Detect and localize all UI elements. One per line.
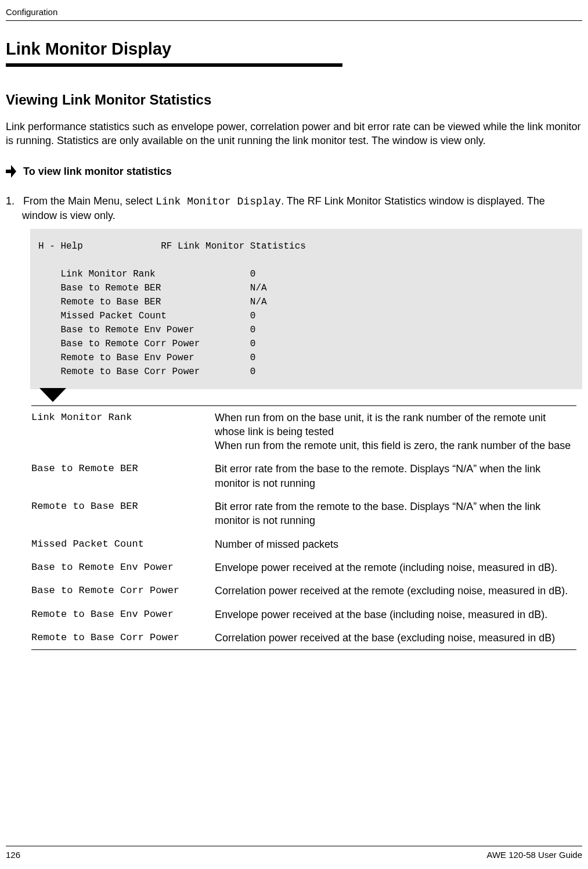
definitions-row: Base to Remote Corr PowerCorrelation pow… [31, 579, 576, 602]
page-footer: 126 AWE 120-58 User Guide [6, 846, 582, 861]
section-h1: Link Monitor Display [6, 37, 582, 61]
step-mono: Link Monitor Display [156, 196, 281, 207]
pointer-arrow-icon [6, 165, 16, 178]
header-rule [6, 20, 582, 21]
definitions-row: Remote to Base Env PowerEnvelope power r… [31, 603, 576, 626]
definition-description: Correlation power received at the base (… [215, 631, 576, 645]
step-1: 1. From the Main Menu, select Link Monit… [6, 194, 582, 223]
page-header: Configuration [6, 6, 582, 18]
procedure-heading-text: To view link monitor statistics [23, 164, 172, 179]
definition-description: Bit error rate from the remote to the ba… [215, 500, 576, 528]
definition-term: Remote to Base BER [31, 500, 215, 528]
definitions-row: Missed Packet CountNumber of missed pack… [31, 533, 576, 556]
down-arrow-icon [39, 388, 582, 402]
definition-term: Base to Remote BER [31, 462, 215, 490]
step-number: 1. [6, 195, 15, 207]
footer-guide-name: AWE 120-58 User Guide [486, 849, 582, 861]
definition-term: Link Monitor Rank [31, 411, 215, 453]
definition-description: Envelope power received at the base (inc… [215, 608, 576, 622]
definition-term: Base to Remote Corr Power [31, 584, 215, 598]
definition-term: Remote to Base Env Power [31, 608, 215, 622]
definition-description: Envelope power received at the remote (i… [215, 561, 576, 574]
definitions-table: Link Monitor RankWhen run from on the ba… [31, 405, 576, 651]
definition-term: Missed Packet Count [31, 537, 215, 551]
footer-page-number: 126 [6, 849, 20, 861]
definition-description: When run from on the base unit, it is th… [215, 411, 576, 453]
definitions-row: Base to Remote BERBit error rate from th… [31, 457, 576, 495]
h1-rule [6, 63, 342, 67]
svg-marker-0 [6, 165, 16, 178]
definitions-row: Link Monitor RankWhen run from on the ba… [31, 406, 576, 458]
terminal-output: H - Help RF Link Monitor Statistics Link… [30, 229, 582, 389]
definitions-row: Base to Remote Env PowerEnvelope power r… [31, 556, 576, 579]
definitions-row: Remote to Base BERBit error rate from th… [31, 495, 576, 533]
section-h2: Viewing Link Monitor Statistics [6, 90, 582, 110]
step-text-a: From the Main Menu, select [23, 195, 156, 207]
svg-marker-1 [39, 388, 66, 402]
definition-description: Bit error rate from the base to the remo… [215, 462, 576, 490]
intro-paragraph: Link performance statistics such as enve… [6, 120, 582, 148]
definition-description: Number of missed packets [215, 537, 576, 551]
definitions-row: Remote to Base Corr PowerCorrelation pow… [31, 626, 576, 649]
procedure-heading: To view link monitor statistics [6, 164, 582, 179]
definition-term: Remote to Base Corr Power [31, 631, 215, 645]
definition-description: Correlation power received at the remote… [215, 584, 576, 598]
definition-term: Base to Remote Env Power [31, 561, 215, 574]
